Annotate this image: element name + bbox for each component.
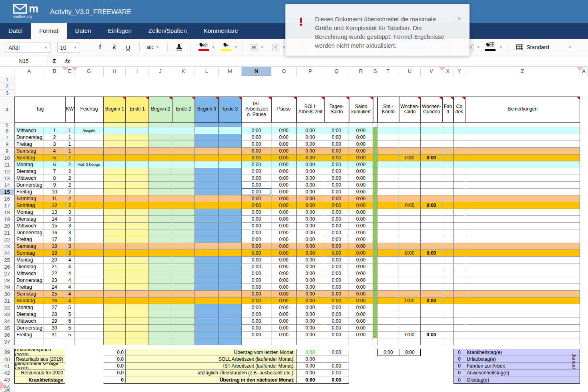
cell-R30[interactable]: 0:00	[349, 291, 373, 298]
cell-filler[interactable]	[172, 338, 195, 345]
cell-kw-13[interactable]: 2	[65, 175, 74, 182]
cell-filler[interactable]	[65, 123, 74, 127]
cell-T17[interactable]	[377, 202, 399, 209]
cell-holiday-12[interactable]	[74, 168, 104, 175]
cell-R10[interactable]: 0:00	[349, 155, 373, 161]
cell-time-22[interactable]	[219, 236, 242, 243]
cell-filler[interactable]	[399, 338, 421, 345]
cell-time-16[interactable]	[172, 195, 195, 202]
cell-P17[interactable]: 0:00	[297, 202, 324, 209]
cell-time-24[interactable]	[219, 250, 242, 257]
cell-T27[interactable]	[377, 270, 399, 277]
cell-O36[interactable]: 0:00	[271, 332, 297, 338]
summary-q-41[interactable]: 0:00	[324, 363, 349, 370]
cell-kw-14[interactable]: 2	[65, 182, 74, 189]
cell-time-19[interactable]	[172, 216, 195, 223]
cell-filler[interactable]	[324, 123, 349, 127]
cell-time-24[interactable]	[195, 250, 219, 257]
column-header-L[interactable]: L	[195, 67, 219, 76]
cell-filler[interactable]	[242, 338, 271, 345]
cell-R34[interactable]: 0:00	[349, 318, 373, 325]
cell-V15[interactable]	[421, 189, 442, 195]
cell-time-26[interactable]	[126, 263, 149, 270]
cell-day-29[interactable]: Freitag	[14, 284, 44, 291]
cell-P18[interactable]: 0:00	[297, 209, 324, 216]
cell-holiday-18[interactable]	[74, 209, 104, 216]
cell-N34[interactable]: 0:00	[242, 318, 271, 325]
menu-tab-datei[interactable]: Datei	[0, 23, 31, 39]
cell-filler[interactable]	[454, 123, 465, 127]
column-header-Z[interactable]: Z	[465, 67, 580, 76]
font-size-select[interactable]: 10 ▼	[57, 42, 80, 53]
summary-value-39[interactable]: 0,0	[104, 349, 126, 356]
cell-date-22[interactable]: 17	[44, 236, 65, 243]
cell-time-31[interactable]	[149, 298, 172, 304]
cell-R26[interactable]: 0:00	[349, 263, 373, 270]
cell-Y29[interactable]	[454, 284, 465, 291]
cell-N10[interactable]: 0:00	[242, 155, 271, 161]
cell-date-17[interactable]: 12	[44, 202, 65, 209]
cell-day-12[interactable]: Dienstag	[14, 168, 44, 175]
cell-U26[interactable]	[399, 263, 421, 270]
cell-O16[interactable]: 0:00	[271, 195, 297, 202]
cell-U30[interactable]	[399, 291, 421, 298]
cell-Q19[interactable]: 0:00	[324, 216, 349, 223]
cell-filler[interactable]	[104, 338, 126, 345]
cell-time-36[interactable]	[219, 332, 242, 338]
cell-remark-23[interactable]	[465, 243, 580, 250]
cell-time-29[interactable]	[104, 284, 126, 291]
cell-P15[interactable]: 0:00	[297, 189, 324, 195]
cell-R11[interactable]: 0:00	[349, 161, 373, 168]
cell-O27[interactable]: 0:00	[271, 270, 297, 277]
cell-T31[interactable]	[377, 298, 399, 304]
cell-Q7[interactable]: 0:00	[324, 134, 349, 141]
menu-tab-format[interactable]: Format	[31, 23, 67, 39]
cell-time-12[interactable]	[195, 168, 219, 175]
cell-time-27[interactable]	[126, 270, 149, 277]
cell-holiday-34[interactable]	[74, 318, 104, 325]
row-header-41[interactable]: 41	[0, 363, 14, 370]
cell-time-6[interactable]	[149, 127, 172, 134]
cell-R6[interactable]: 0:00	[349, 127, 373, 134]
code-label-39[interactable]: Krankheitstag(e)	[465, 349, 580, 356]
cell-R18[interactable]: 0:00	[349, 209, 373, 216]
cell-X23[interactable]	[442, 243, 454, 250]
cell-day-35[interactable]: Donnerstag	[14, 325, 44, 332]
cell-kw-6[interactable]: 1	[65, 127, 74, 134]
cell-U6[interactable]	[399, 127, 421, 134]
cell-time-15[interactable]	[149, 189, 172, 195]
cell-Y36[interactable]	[454, 332, 465, 338]
close-icon[interactable]: ×	[457, 14, 462, 23]
cell-strip-18[interactable]	[373, 209, 377, 216]
menu-tab-daten[interactable]: Daten	[67, 23, 100, 39]
cell-date-33[interactable]: 28	[44, 311, 65, 318]
cell-holiday-25[interactable]	[74, 257, 104, 263]
cell-strip-26[interactable]	[373, 263, 377, 270]
summary-q-40[interactable]	[324, 356, 349, 363]
cell-remark-31[interactable]	[465, 298, 580, 304]
cell-X8[interactable]	[442, 141, 454, 148]
cell-time-15[interactable]	[219, 189, 242, 195]
cell-U12[interactable]	[399, 168, 421, 175]
row-header-15[interactable]: 15	[0, 189, 14, 195]
row-header-12[interactable]: 12	[0, 168, 14, 175]
cell-time-24[interactable]	[104, 250, 126, 257]
cell-O6[interactable]: 0:00	[271, 127, 297, 134]
cell-X17[interactable]	[442, 202, 454, 209]
cell-kw-20[interactable]: 3	[65, 223, 74, 229]
row-header-29[interactable]: 29	[0, 284, 14, 291]
cell-time-23[interactable]	[195, 243, 219, 250]
cell-filler[interactable]	[195, 338, 219, 345]
cell-Q12[interactable]: 0:00	[324, 168, 349, 175]
cell-style-select[interactable]: Standard ▼	[516, 42, 576, 53]
cell-O20[interactable]: 0:00	[271, 223, 297, 229]
cell-Q8[interactable]: 0:00	[324, 141, 349, 148]
cell-kw-8[interactable]: 1	[65, 141, 74, 148]
cell-V10[interactable]: 0:00	[421, 155, 442, 161]
cell-O28[interactable]: 0:00	[271, 277, 297, 284]
cell-O34[interactable]: 0:00	[271, 318, 297, 325]
cell-time-16[interactable]	[149, 195, 172, 202]
summary-mid-label-40[interactable]: SOLL Arbeitszeit (laufender Monat):	[126, 356, 297, 363]
row-header-39[interactable]: 39	[0, 349, 14, 356]
table-header-soll[interactable]: SOLL Arbeits-zeit	[297, 96, 324, 123]
